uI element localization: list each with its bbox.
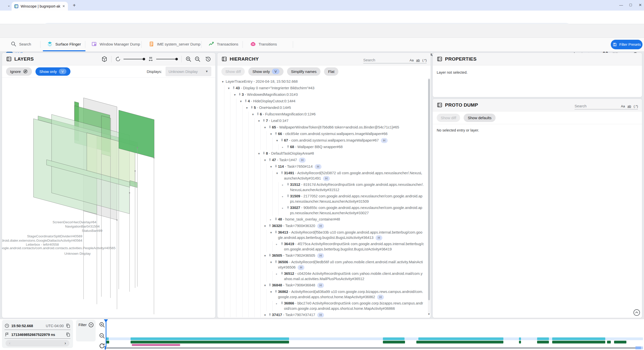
- pin-icon[interactable]: [268, 125, 272, 129]
- window-minimize-button[interactable]: —: [617, 3, 625, 7]
- surfaceflinger-segment[interactable]: [519, 337, 521, 340]
- ns-time-field[interactable]: 1713469852667522979 ns: [5, 331, 70, 339]
- expand-caret-icon[interactable]: ▼: [258, 118, 262, 124]
- spacing-slider[interactable]: [156, 56, 178, 62]
- prev-entry-button[interactable]: ‹: [9, 341, 10, 345]
- pin-icon[interactable]: [274, 230, 278, 234]
- show-only-button[interactable]: Show only V: [248, 67, 283, 76]
- tree-node[interactable]: ▼36320 - Task=7900#36320H: [264, 223, 424, 229]
- regex-toggle[interactable]: (.*): [422, 58, 427, 62]
- copy-icon[interactable]: [66, 323, 70, 328]
- rotation-slider[interactable]: [124, 56, 145, 62]
- pin-icon[interactable]: [244, 99, 248, 103]
- tree-node[interactable]: ▼43 - Display 0 name="Integrierter Bilds…: [227, 85, 424, 91]
- match-word-toggle[interactable]: ab: [416, 58, 420, 62]
- pin-icon[interactable]: [232, 85, 236, 90]
- expand-caret-icon[interactable]: ▼: [233, 92, 238, 98]
- tree-node[interactable]: ●31509 - 2177052 com.google.android.apps…: [282, 194, 424, 204]
- layers-3d-canvas[interactable]: ScreenDecorHwcOverlay#64NavigationBar0#3…: [2, 78, 215, 318]
- tab-transactions[interactable]: Transactions: [208, 38, 238, 50]
- panel-collapse-icon[interactable]: [221, 56, 227, 62]
- surfaceflinger-segment[interactable]: [552, 337, 605, 340]
- layer-label[interactable]: StatusBar#89: [82, 229, 102, 233]
- tree-node[interactable]: ▼LayerTraceEntry - 2024-04-18, 15:50:52.…: [221, 79, 424, 84]
- show-only-button[interactable]: Show only V: [35, 67, 70, 76]
- tree-node[interactable]: ●36419 - 4f275ca ActivityRecordInputSink…: [276, 241, 424, 252]
- expand-caret-icon[interactable]: ▼: [246, 105, 250, 111]
- transactions-segment[interactable]: [383, 341, 405, 343]
- pin-icon[interactable]: [280, 170, 284, 175]
- collapse-timeline-icon[interactable]: [633, 309, 640, 316]
- tab-ime-dump[interactable]: IME system_server Dump: [148, 38, 200, 50]
- tree-node[interactable]: ●68 - Wallpaper BBQ wrapper#68: [282, 144, 424, 150]
- expand-caret-icon[interactable]: ▼: [264, 283, 268, 288]
- filter-collapse-icon[interactable]: [88, 322, 94, 328]
- tree-node[interactable]: ▼3 - WindowedMagnification:0:31#3: [233, 92, 424, 98]
- pin-icon[interactable]: [280, 301, 284, 305]
- tree-node[interactable]: ●33027 - 90b855c com.google.android.apps…: [282, 205, 424, 216]
- panel-collapse-icon[interactable]: [437, 56, 442, 62]
- tree-node[interactable]: ●48 - home_task_overlay_container#48: [270, 217, 424, 222]
- layer-label[interactable]: om.google.android.dialer.extensions.Goog…: [2, 239, 82, 242]
- surfaceflinger-segment[interactable]: [383, 337, 404, 340]
- tree-node[interactable]: ▼66 - c6c854e com.android.systemui.wallp…: [270, 131, 424, 137]
- expand-caret-icon[interactable]: ▼: [264, 125, 268, 130]
- range-handle-left[interactable]: [105, 346, 106, 349]
- flat-button[interactable]: Flat: [324, 67, 338, 76]
- panel-collapse-icon[interactable]: [6, 56, 12, 62]
- pin-icon[interactable]: [274, 164, 278, 168]
- scrollbar-thumb[interactable]: [428, 79, 430, 300]
- show-diff-button[interactable]: Show diff: [437, 114, 460, 122]
- tab-surface-flinger[interactable]: Surface Flinger: [47, 38, 81, 50]
- pin-icon[interactable]: [268, 223, 272, 228]
- layer-label[interactable]: Letterbox - left#40558: [26, 243, 59, 246]
- tab-search-chevron-icon[interactable]: ⌄: [6, 3, 12, 8]
- simplify-names-button[interactable]: Simplify names: [287, 67, 321, 76]
- transactions-segment[interactable]: [552, 341, 605, 343]
- expand-caret-icon[interactable]: ▼: [276, 138, 280, 143]
- pin-icon[interactable]: [268, 157, 272, 162]
- hierarchy-tree[interactable]: ▼LayerTraceEntry - 2024-04-18, 15:50:52.…: [221, 78, 424, 317]
- match-word-toggle[interactable]: ab: [627, 104, 631, 108]
- transitions-segment[interactable]: [132, 344, 180, 346]
- pin-icon[interactable]: [280, 241, 284, 246]
- transactions-segment[interactable]: [607, 341, 611, 343]
- layer-label[interactable]: Unknown Display: [64, 252, 91, 255]
- pin-icon[interactable]: [274, 259, 278, 264]
- tree-node[interactable]: ▼67 - com.android.systemui.wallpapers.Im…: [276, 138, 424, 143]
- hierarchy-search-input[interactable]: Search Aa ab (.*): [363, 55, 427, 63]
- layer-label[interactable]: NavigationBar0#31504: [65, 225, 100, 228]
- pin-icon[interactable]: [250, 105, 254, 109]
- tree-node[interactable]: ▼7 - Leaf:0:1#7: [258, 118, 424, 124]
- pin-icon[interactable]: [262, 118, 266, 122]
- ignore-button[interactable]: Ignore: [6, 67, 32, 76]
- scroll-down-arrow-icon[interactable]: ▾: [428, 312, 430, 316]
- tree-node[interactable]: ▼5 - OneHanded:0:14#5: [246, 105, 424, 111]
- reset-view-icon[interactable]: [205, 56, 211, 62]
- tree-node[interactable]: ▼6 - FullscreenMagnification:0:12#6: [252, 112, 424, 117]
- expand-caret-icon[interactable]: ▼: [258, 151, 262, 156]
- proto-search-input[interactable]: Search Aa ab (.*): [575, 101, 638, 109]
- expand-caret-icon[interactable]: ▼: [270, 131, 274, 137]
- pin-icon[interactable]: [280, 271, 284, 275]
- human-time-field[interactable]: 15:50:52.668 UTC-04:00: [5, 322, 70, 330]
- show-diff-button[interactable]: Show diff: [221, 67, 245, 76]
- expand-caret-icon[interactable]: ▼: [270, 289, 274, 295]
- displays-select[interactable]: Unknown Display ▼: [166, 67, 211, 76]
- panel-collapse-icon[interactable]: [437, 102, 442, 108]
- copy-icon[interactable]: [66, 332, 70, 337]
- expand-caret-icon[interactable]: ▼: [264, 157, 268, 163]
- tree-node[interactable]: ▼114 - Task=7650#114H: [270, 164, 424, 169]
- timeline-range-track[interactable]: [106, 347, 643, 349]
- transactions-segment[interactable]: [519, 341, 521, 343]
- pin-icon[interactable]: [268, 253, 272, 257]
- show-defaults-button[interactable]: Show defaults: [464, 114, 495, 122]
- next-entry-button[interactable]: ›: [65, 341, 66, 345]
- layer-label[interactable]: ScreenDecorHwcOverlay#64: [53, 220, 97, 224]
- expand-caret-icon[interactable]: ▼: [239, 99, 244, 104]
- expand-caret-icon[interactable]: ▼: [270, 259, 274, 265]
- expand-caret-icon[interactable]: ▼: [221, 79, 226, 84]
- expand-caret-icon[interactable]: ▼: [270, 164, 274, 169]
- layer-label[interactable]: StageCoordinatorSplitDivider#40569: [27, 234, 82, 238]
- pin-icon[interactable]: [268, 283, 272, 287]
